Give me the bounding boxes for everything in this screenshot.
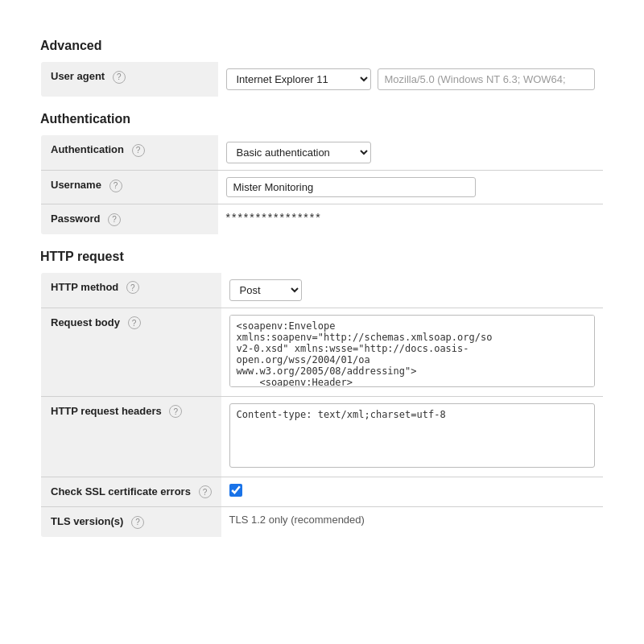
ssl-row: Check SSL certificate errors ? — [41, 477, 604, 507]
advanced-title: Advanced — [40, 39, 604, 53]
ssl-label: Check SSL certificate errors ? — [41, 477, 221, 507]
username-row: Username ? — [41, 171, 604, 204]
ssl-value-cell — [221, 477, 604, 507]
request-headers-help-icon[interactable]: ? — [169, 405, 182, 418]
request-headers-value-cell: Content-type: text/xml;charset=utf-8 — [221, 396, 604, 477]
request-body-value-cell: <soapenv:Envelope xmlns:soapenv="http://… — [221, 308, 604, 396]
ssl-checkbox[interactable] — [229, 484, 242, 497]
auth-type-label: Authentication ? — [41, 135, 218, 171]
request-body-help-icon[interactable]: ? — [128, 316, 141, 329]
http-request-table: HTTP method ? Get Post Put Delete Patch … — [40, 272, 604, 538]
password-display: **************** — [226, 208, 322, 227]
password-value-cell: **************** — [218, 204, 604, 235]
tls-help-icon[interactable]: ? — [131, 516, 144, 529]
username-help-icon[interactable]: ? — [109, 180, 122, 192]
request-body-row: Request body ? <soapenv:Envelope xmlns:s… — [41, 308, 604, 396]
password-help-icon[interactable]: ? — [108, 213, 121, 226]
username-label: Username ? — [41, 171, 218, 204]
tls-row: TLS version(s) ? TLS 1.2 only (recommend… — [41, 507, 604, 538]
password-row: Password ? **************** — [41, 204, 604, 235]
http-method-help-icon[interactable]: ? — [126, 281, 139, 294]
request-body-label: Request body ? — [41, 308, 221, 396]
request-body-textarea[interactable]: <soapenv:Envelope xmlns:soapenv="http://… — [229, 315, 595, 387]
auth-type-row: Authentication ? Basic authentication Di… — [41, 135, 604, 171]
user-agent-text-input[interactable] — [378, 68, 596, 90]
user-agent-row: User agent ? Internet Explorer 11 Chrome… — [41, 62, 604, 97]
auth-type-help-icon[interactable]: ? — [132, 144, 145, 157]
user-agent-value-cell: Internet Explorer 11 Chrome Firefox Safa… — [218, 62, 604, 97]
tls-value-cell: TLS 1.2 only (recommended) — [221, 507, 604, 538]
request-headers-label: HTTP request headers ? — [41, 396, 221, 477]
auth-type-value-cell: Basic authentication Digest authenticati… — [218, 135, 604, 171]
page-container: Advanced User agent ? Internet Explorer … — [24, 16, 620, 560]
authentication-table: Authentication ? Basic authentication Di… — [40, 134, 604, 235]
http-method-value-cell: Get Post Put Delete Patch Head — [221, 272, 604, 308]
username-input[interactable] — [226, 177, 476, 197]
request-headers-textarea[interactable]: Content-type: text/xml;charset=utf-8 — [229, 403, 595, 468]
username-value-cell — [218, 171, 604, 204]
request-headers-row: HTTP request headers ? Content-type: tex… — [41, 396, 604, 477]
user-agent-select[interactable]: Internet Explorer 11 Chrome Firefox Safa… — [226, 68, 371, 90]
ssl-help-icon[interactable]: ? — [199, 485, 212, 498]
tls-label: TLS version(s) ? — [41, 507, 221, 538]
user-agent-label: User agent ? — [41, 62, 218, 97]
authentication-title: Authentication — [40, 112, 604, 126]
password-label: Password ? — [41, 204, 218, 235]
http-method-select[interactable]: Get Post Put Delete Patch Head — [229, 279, 302, 301]
advanced-table: User agent ? Internet Explorer 11 Chrome… — [40, 61, 604, 97]
user-agent-help-icon[interactable]: ? — [113, 71, 126, 84]
tls-value-text: TLS 1.2 only (recommended) — [229, 514, 365, 526]
auth-type-select[interactable]: Basic authentication Digest authenticati… — [226, 142, 371, 163]
http-request-title: HTTP request — [40, 250, 604, 264]
http-method-label: HTTP method ? — [41, 272, 221, 308]
http-method-row: HTTP method ? Get Post Put Delete Patch … — [41, 272, 604, 308]
